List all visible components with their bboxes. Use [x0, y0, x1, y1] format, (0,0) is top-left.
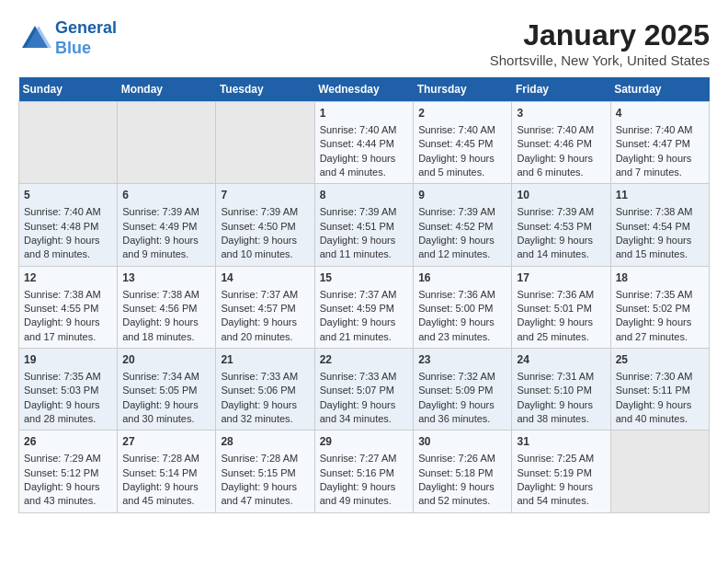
calendar-cell: 30 Sunrise: 7:26 AM Sunset: 5:18 PM Dayl…: [414, 431, 512, 512]
calendar-cell: 26 Sunrise: 7:29 AM Sunset: 5:12 PM Dayl…: [19, 431, 118, 512]
sunset-text: Sunset: 5:02 PM: [616, 303, 690, 314]
sunrise-text: Sunrise: 7:39 AM: [221, 206, 298, 217]
sunrise-text: Sunrise: 7:28 AM: [221, 453, 298, 464]
day-number: 9: [418, 188, 506, 203]
calendar-cell: [118, 102, 216, 184]
sunset-text: Sunset: 4:44 PM: [320, 138, 394, 149]
day-number: 23: [418, 352, 506, 368]
page-title: January 2025: [490, 18, 710, 52]
sunset-text: Sunset: 4:47 PM: [616, 138, 690, 149]
daylight-text: Daylight: 9 hours and 10 minutes.: [221, 235, 297, 259]
day-header-saturday: Saturday: [610, 77, 709, 102]
day-number: 7: [221, 188, 309, 203]
daylight-text: Daylight: 9 hours and 23 minutes.: [418, 316, 495, 341]
daylight-text: Daylight: 9 hours and 18 minutes.: [122, 316, 199, 341]
week-row-1: 1 Sunrise: 7:40 AM Sunset: 4:44 PM Dayli…: [19, 102, 710, 184]
sunset-text: Sunset: 4:46 PM: [517, 138, 591, 149]
daylight-text: Daylight: 9 hours and 43 minutes.: [24, 481, 100, 506]
sunrise-text: Sunrise: 7:40 AM: [418, 124, 495, 135]
logo: General Blue: [18, 18, 117, 58]
sunrise-text: Sunrise: 7:29 AM: [24, 453, 101, 464]
sunrise-text: Sunrise: 7:40 AM: [517, 124, 594, 135]
sunrise-text: Sunrise: 7:39 AM: [418, 206, 495, 217]
day-header-friday: Friday: [512, 77, 610, 102]
daylight-text: Daylight: 9 hours and 25 minutes.: [517, 316, 593, 341]
day-number: 11: [616, 188, 704, 203]
day-number: 31: [517, 434, 605, 450]
day-number: 25: [616, 352, 704, 368]
sunset-text: Sunset: 5:16 PM: [320, 467, 394, 478]
sunset-text: Sunset: 5:09 PM: [418, 385, 493, 396]
day-number: 12: [24, 270, 112, 286]
calendar-header-row: SundayMondayTuesdayWednesdayThursdayFrid…: [19, 77, 710, 102]
daylight-text: Daylight: 9 hours and 11 minutes.: [320, 235, 396, 259]
calendar-cell: 21 Sunrise: 7:33 AM Sunset: 5:06 PM Dayl…: [216, 349, 314, 431]
sunset-text: Sunset: 5:12 PM: [24, 467, 98, 478]
daylight-text: Daylight: 9 hours and 27 minutes.: [616, 316, 692, 341]
day-number: 15: [320, 270, 409, 286]
page-subtitle: Shortsville, New York, United States: [490, 52, 710, 68]
sunset-text: Sunset: 5:19 PM: [517, 467, 591, 478]
calendar-cell: 29 Sunrise: 7:27 AM Sunset: 5:16 PM Dayl…: [314, 431, 414, 512]
sunset-text: Sunset: 4:57 PM: [221, 303, 295, 314]
calendar-cell: 14 Sunrise: 7:37 AM Sunset: 4:57 PM Dayl…: [216, 266, 314, 348]
day-number: 16: [418, 270, 506, 286]
daylight-text: Daylight: 9 hours and 20 minutes.: [221, 316, 297, 341]
sunrise-text: Sunrise: 7:31 AM: [517, 371, 594, 382]
sunset-text: Sunset: 5:18 PM: [418, 467, 493, 478]
sunrise-text: Sunrise: 7:33 AM: [320, 371, 397, 382]
daylight-text: Daylight: 9 hours and 14 minutes.: [517, 235, 593, 259]
sunrise-text: Sunrise: 7:33 AM: [221, 371, 298, 382]
logo-icon: [18, 22, 51, 55]
daylight-text: Daylight: 9 hours and 38 minutes.: [517, 399, 593, 424]
calendar-cell: 23 Sunrise: 7:32 AM Sunset: 5:09 PM Dayl…: [414, 349, 512, 431]
calendar-table: SundayMondayTuesdayWednesdayThursdayFrid…: [18, 77, 710, 513]
day-number: 29: [320, 434, 409, 450]
day-number: 2: [418, 106, 506, 121]
week-row-3: 12 Sunrise: 7:38 AM Sunset: 4:55 PM Dayl…: [19, 266, 710, 348]
calendar-cell: 1 Sunrise: 7:40 AM Sunset: 4:44 PM Dayli…: [314, 102, 414, 184]
calendar-cell: 18 Sunrise: 7:35 AM Sunset: 5:02 PM Dayl…: [610, 266, 709, 348]
day-number: 17: [517, 270, 605, 286]
sunrise-text: Sunrise: 7:35 AM: [616, 289, 693, 300]
sunset-text: Sunset: 5:05 PM: [122, 385, 197, 396]
daylight-text: Daylight: 9 hours and 17 minutes.: [24, 316, 100, 341]
calendar-cell: 17 Sunrise: 7:36 AM Sunset: 5:01 PM Dayl…: [512, 266, 610, 348]
daylight-text: Daylight: 9 hours and 4 minutes.: [320, 153, 396, 178]
daylight-text: Daylight: 9 hours and 12 minutes.: [418, 235, 495, 259]
logo-text: General Blue: [55, 18, 117, 58]
calendar-cell: 6 Sunrise: 7:39 AM Sunset: 4:49 PM Dayli…: [118, 184, 216, 266]
day-number: 14: [221, 270, 309, 286]
sunset-text: Sunset: 4:49 PM: [122, 221, 197, 232]
calendar-cell: 25 Sunrise: 7:30 AM Sunset: 5:11 PM Dayl…: [610, 349, 709, 431]
sunrise-text: Sunrise: 7:30 AM: [616, 371, 693, 382]
sunset-text: Sunset: 5:00 PM: [418, 303, 493, 314]
sunrise-text: Sunrise: 7:32 AM: [418, 371, 495, 382]
day-number: 1: [320, 106, 409, 121]
calendar-cell: 20 Sunrise: 7:34 AM Sunset: 5:05 PM Dayl…: [118, 349, 216, 431]
calendar-cell: 9 Sunrise: 7:39 AM Sunset: 4:52 PM Dayli…: [414, 184, 512, 266]
daylight-text: Daylight: 9 hours and 47 minutes.: [221, 481, 297, 506]
daylight-text: Daylight: 9 hours and 21 minutes.: [320, 316, 396, 341]
sunrise-text: Sunrise: 7:35 AM: [24, 371, 101, 382]
day-number: 19: [24, 352, 112, 368]
sunset-text: Sunset: 4:51 PM: [320, 221, 394, 232]
calendar-cell: 5 Sunrise: 7:40 AM Sunset: 4:48 PM Dayli…: [19, 184, 118, 266]
daylight-text: Daylight: 9 hours and 40 minutes.: [616, 399, 692, 424]
sunset-text: Sunset: 4:56 PM: [122, 303, 197, 314]
calendar-cell: 3 Sunrise: 7:40 AM Sunset: 4:46 PM Dayli…: [512, 102, 610, 184]
sunset-text: Sunset: 5:07 PM: [320, 385, 394, 396]
sunrise-text: Sunrise: 7:39 AM: [320, 206, 397, 217]
daylight-text: Daylight: 9 hours and 7 minutes.: [616, 153, 692, 178]
sunrise-text: Sunrise: 7:40 AM: [320, 124, 397, 135]
sunrise-text: Sunrise: 7:39 AM: [122, 206, 199, 217]
sunrise-text: Sunrise: 7:36 AM: [517, 289, 594, 300]
daylight-text: Daylight: 9 hours and 15 minutes.: [616, 235, 692, 259]
sunset-text: Sunset: 4:59 PM: [320, 303, 394, 314]
calendar-cell: [216, 102, 314, 184]
sunset-text: Sunset: 4:53 PM: [517, 221, 591, 232]
sunset-text: Sunset: 5:14 PM: [122, 467, 197, 478]
daylight-text: Daylight: 9 hours and 52 minutes.: [418, 481, 495, 506]
sunrise-text: Sunrise: 7:38 AM: [24, 289, 101, 300]
daylight-text: Daylight: 9 hours and 34 minutes.: [320, 399, 396, 424]
